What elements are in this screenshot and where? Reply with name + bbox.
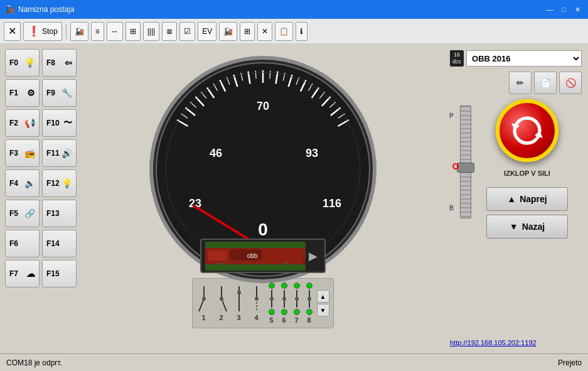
switch-svg-6[interactable] [279,290,289,308]
fn-label-f9: F9 [46,89,55,97]
center-panel: 0 23 46 70 93 116 140 0 km/h [82,44,444,353]
svg-line-56 [222,299,227,311]
fn-button-f0[interactable]: F0 💡 [5,49,40,77]
fn-button-f3[interactable]: F3 📻 [5,139,40,167]
svg-rect-50 [205,242,306,248]
menu-icon: ≣ [166,27,173,36]
toolbar-info-button[interactable]: ℹ [296,22,307,41]
forward-icon: ▲ [507,194,516,204]
scroll-buttons: ▲ ▼ [317,290,329,316]
fn-button-f6[interactable]: F6 [5,230,40,257]
loco-icon: 🚂 [223,27,233,36]
led-bottom-7 [294,309,300,315]
fn-icon-f1: ⚙ [27,88,35,98]
switch-item-2: 2 [214,285,229,321]
list-icon: ≡ [95,27,100,36]
forward-label: Naprej [520,194,547,204]
fn-button-f5[interactable]: F5 🔗 [5,200,40,227]
toolbar-cancel-button[interactable]: ✕ [257,22,272,41]
fn-label-f13: F13 [46,209,60,218]
fn-button-f7[interactable]: F7 ☁ [5,260,40,288]
close-icon: ✕ [8,25,16,37]
svg-point-70 [307,297,311,301]
svg-text:70: 70 [256,100,269,112]
switch-svg-4[interactable] [249,285,264,313]
slider-handle[interactable] [457,163,474,173]
backward-icon: ▼ [510,222,518,232]
switch-svg-5[interactable] [267,290,277,308]
throttle-slider-container: P B [450,99,481,239]
fn-button-f4[interactable]: F4 🔈 [5,169,40,197]
emergency-stop-button[interactable] [496,99,559,162]
switch-svg-1[interactable] [196,285,211,313]
stop-label: Stop [42,27,58,36]
grid2-icon: ⊞ [244,27,250,36]
minimize-button[interactable]: — [544,4,555,15]
grid-icon: ⊞ [130,27,136,36]
fn-button-f14[interactable]: F14 [42,230,77,257]
fn-button-f1[interactable]: F1 ⚙ [5,79,40,107]
switch-svg-8[interactable] [304,290,314,308]
info-icon: ℹ [300,27,303,36]
switch-svg-2[interactable] [214,285,229,313]
toolbar-clip-button[interactable]: 📋 [275,22,293,41]
ev-icon: EV [202,27,212,36]
fn-label-f7: F7 [9,269,18,278]
stop-button[interactable]: ❗ Stop [23,22,62,41]
titlebar-left: 🚂 Namizna postaja [5,5,74,14]
svg-rect-45 [208,250,227,261]
slider-b-label: B [449,205,454,212]
train-play-button[interactable]: ▶ [306,249,321,264]
svg-point-64 [270,297,274,301]
fn-button-f15[interactable]: F15 [42,260,77,288]
toolbar-arrows-button[interactable]: ↔ [107,22,123,41]
toolbar-bars-button[interactable]: |||| [143,22,159,41]
switch-label-3: 3 [237,314,240,321]
scroll-down-button[interactable]: ▼ [317,304,329,316]
ip-link[interactable]: http://192.168.105.202:1192 [450,339,537,347]
dcc-label: dcc [452,58,461,65]
statusbar: COM18 je odprт. Prejeto [0,353,588,371]
fn-label-f1: F1 [9,89,18,97]
edit-loco-button[interactable]: ✏ [509,72,532,94]
close-toolbar-button[interactable]: ✕ [4,22,21,41]
led-bottom-8 [306,309,313,315]
throttle-area: P B [450,99,582,239]
check-icon: ☑ [184,27,191,36]
fn-button-f12[interactable]: F12 💡 [42,169,77,197]
maximize-button[interactable]: □ [558,4,569,15]
fn-button-f10[interactable]: F10 〜 [42,109,77,137]
toolbar-trains-button[interactable]: 🚂 [70,22,88,41]
fn-label-f12: F12 [46,179,60,188]
bars-icon: |||| [147,27,155,36]
toolbar-check-button[interactable]: ☑ [179,22,195,41]
backward-button[interactable]: ▼ Nazaj [486,215,568,239]
switch-svg-7[interactable] [292,290,302,308]
forward-button[interactable]: ▲ Naprej [486,187,568,211]
switch-svg-3[interactable] [232,285,247,313]
toolbar-menu-button[interactable]: ≣ [162,22,177,41]
titlebar-controls[interactable]: — □ ✕ [544,4,583,15]
fn-button-f9[interactable]: F9 🔧 [42,79,77,107]
fn-icon-f4: 🔈 [24,178,35,188]
fn-label-f5: F5 [9,209,18,218]
cancel-icon: ✕ [262,27,268,36]
fn-label-f3: F3 [9,149,18,158]
svg-point-54 [202,297,206,301]
toolbar-ev-button[interactable]: EV [198,22,216,41]
led-bottom-5 [269,309,275,315]
fn-button-f8[interactable]: F8 ⇦ [42,49,77,77]
toolbar-grid-button[interactable]: ⊞ [126,22,141,41]
copy-loco-button[interactable]: 📄 [534,72,557,94]
loco-dropdown[interactable]: OBB 2016 [466,50,582,67]
loco-selector: 16 dcc OBB 2016 [450,50,582,67]
toolbar-list-button[interactable]: ≡ [91,22,104,41]
fn-button-f13[interactable]: F13 [42,200,77,227]
fn-button-f2[interactable]: F2 📢 [5,109,40,137]
toolbar-grid2-button[interactable]: ⊞ [240,22,255,41]
fn-button-f11[interactable]: F11 🔊 [42,139,77,167]
scroll-up-button[interactable]: ▲ [317,290,329,303]
close-button[interactable]: ✕ [572,4,583,15]
toolbar-loco-button[interactable]: 🚂 [219,22,237,41]
delete-loco-button[interactable]: 🚫 [559,72,582,94]
